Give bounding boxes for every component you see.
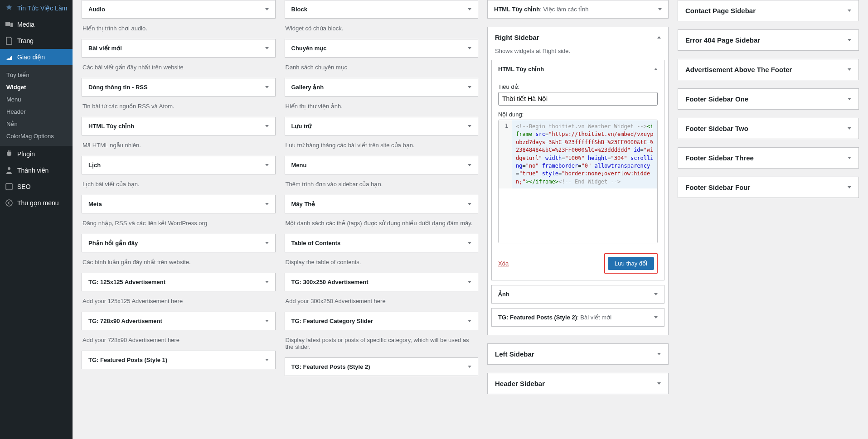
widget-subtitle: : Việc làm các tỉnh <box>540 6 588 13</box>
available-widget[interactable]: Bài viết mới <box>82 39 276 58</box>
available-widget[interactable]: Menu <box>285 156 479 174</box>
available-widget[interactable]: TG: Featured Category Slider <box>285 312 479 330</box>
widget-title-text: HTML Tùy chỉnh <box>494 6 540 13</box>
available-widget[interactable]: TG: 125x125 Advertisement <box>82 273 276 291</box>
available-widget[interactable]: Lưu trữ <box>285 117 479 135</box>
area-title: Contact Page Sidebar <box>685 7 756 14</box>
widget-title-text: Block <box>291 6 307 13</box>
chevron-down-icon <box>265 281 269 283</box>
nav-users[interactable]: Thành viên <box>0 162 73 178</box>
user-icon <box>5 166 14 175</box>
available-widget[interactable]: Chuyên mục <box>285 39 479 58</box>
nav-label: Trang <box>17 37 34 44</box>
admin-sidebar: Tin Tức Việc Làm Media Trang Giao diện T… <box>0 0 73 439</box>
nav-label: Plugin <box>17 150 35 158</box>
widget-description: Add your 728x90 Advertisement here <box>82 335 276 351</box>
chevron-down-icon <box>848 127 851 130</box>
sub-customize[interactable]: Tùy biến <box>0 69 73 81</box>
available-widget[interactable]: Dòng thông tin - RSS <box>82 78 276 96</box>
widget-title-text: Audio <box>88 6 105 13</box>
widget-title-text: Meta <box>88 201 102 207</box>
sidebar-area[interactable]: Footer Sidebar Four <box>678 177 859 198</box>
save-highlight: Lưu thay đổi <box>604 253 658 274</box>
chevron-down-icon <box>654 293 658 295</box>
area-title: Footer Sidebar One <box>685 95 748 103</box>
available-widget[interactable]: Lịch <box>82 156 276 174</box>
area-title: Right Sidebar <box>495 34 539 41</box>
widget-title-text: Dòng thông tin - RSS <box>88 84 148 91</box>
widget-description: Hiển thị trình chơi audio. <box>82 23 276 39</box>
chevron-down-icon <box>657 353 661 355</box>
sidebar-area[interactable]: Error 404 Page Sidebar <box>678 29 859 51</box>
widget-title-text: Menu <box>291 162 307 169</box>
available-widget[interactable]: HTML Tùy chỉnh <box>82 117 276 135</box>
chevron-down-icon <box>468 320 471 322</box>
sidebar-area[interactable]: Footer Sidebar One <box>678 88 859 110</box>
nav-appearance[interactable]: Giao diện <box>0 49 73 65</box>
widget-title-text: Mây Thẻ <box>291 201 315 207</box>
title-label: Tiêu đề: <box>498 83 658 90</box>
available-widget[interactable]: Table of Contents <box>285 234 479 252</box>
sub-menus[interactable]: Menu <box>0 93 73 106</box>
area-header-sidebar[interactable]: Header Sidebar <box>487 373 669 394</box>
available-widget[interactable]: Phản hồi gần đây <box>82 234 276 252</box>
save-button[interactable]: Lưu thay đổi <box>608 257 654 270</box>
widget-title-text: TG: 125x125 Advertisement <box>88 279 165 285</box>
chevron-down-icon <box>468 125 471 127</box>
widget-image[interactable]: Ảnh <box>491 285 664 304</box>
chevron-down-icon <box>265 164 269 166</box>
area-title: Advertisement Above The Footer <box>685 66 792 73</box>
nav-collapse[interactable]: Thu gọn menu <box>0 195 73 211</box>
nav-submenu: Tùy biến Widget Menu Header Nền ColorMag… <box>0 65 73 146</box>
widget-featured-posts[interactable]: TG: Featured Posts (Style 2): Bài viết m… <box>491 308 664 327</box>
widget-html-custom-collapsed[interactable]: HTML Tùy chỉnh: Việc làm các tỉnh <box>487 0 669 19</box>
seo-icon <box>5 182 14 191</box>
chevron-down-icon <box>654 316 658 318</box>
sub-background[interactable]: Nền <box>0 118 73 130</box>
sidebar-area[interactable]: Footer Sidebar Three <box>678 147 859 169</box>
widget-description: Display latest posts or posts of specifi… <box>285 335 479 357</box>
sidebar-area[interactable]: Contact Page Sidebar <box>678 0 859 21</box>
svg-rect-1 <box>6 183 12 190</box>
sub-header[interactable]: Header <box>0 106 73 118</box>
chevron-down-icon <box>468 8 471 10</box>
nav-label: Thành viên <box>17 167 48 174</box>
chevron-down-icon <box>265 125 269 127</box>
widget-description: Các bài viết gần đây nhất trên website <box>82 62 276 78</box>
available-widget[interactable]: TG: 728x90 Advertisement <box>82 312 276 330</box>
widget-title-text: Chuyên mục <box>291 45 327 52</box>
code-editor[interactable]: 1 <!--Begin thoitiet.vn Weather Widget -… <box>498 120 658 243</box>
widget-description: Lưu trữ hàng tháng các bài viết trên sit… <box>285 140 479 156</box>
widget-header[interactable]: HTML Tùy chỉnh <box>492 60 664 78</box>
widget-title-input[interactable] <box>498 92 658 106</box>
area-left-sidebar[interactable]: Left Sidebar <box>487 343 669 365</box>
nav-plugins[interactable]: Plugin <box>0 146 73 162</box>
sub-colormag[interactable]: ColorMag Options <box>0 130 73 142</box>
sub-widgets[interactable]: Widget <box>0 81 73 93</box>
available-widget[interactable]: Audio <box>82 0 276 19</box>
nav-seo[interactable]: SEO <box>0 178 73 195</box>
available-widget[interactable]: Meta <box>82 195 276 213</box>
available-widget[interactable]: TG: Featured Posts (Style 2) <box>285 357 479 376</box>
available-widget[interactable]: Gallery ảnh <box>285 78 479 96</box>
available-widget[interactable]: Block <box>285 0 479 19</box>
widget-description: Add your 300x250 Advertisement here <box>285 296 479 312</box>
chevron-down-icon <box>848 98 851 100</box>
nav-media[interactable]: Media <box>0 16 73 33</box>
nav-pages[interactable]: Trang <box>0 33 73 49</box>
area-header[interactable]: Right Sidebar <box>488 27 668 48</box>
nav-label: Giao diện <box>17 53 45 61</box>
pin-icon <box>5 4 14 13</box>
available-widget[interactable]: Mây Thẻ <box>285 195 479 213</box>
sidebar-area[interactable]: Advertisement Above The Footer <box>678 59 859 80</box>
code-content[interactable]: <!--Begin thoitiet.vn Weather Widget -->… <box>512 120 657 188</box>
sidebar-area[interactable]: Footer Sidebar Two <box>678 118 859 139</box>
widget-description: Hiển thị thư viện ảnh. <box>285 101 479 117</box>
available-widget[interactable]: TG: Featured Posts (Style 1) <box>82 351 276 369</box>
chevron-down-icon <box>265 86 269 88</box>
nav-news[interactable]: Tin Tức Việc Làm <box>0 0 73 16</box>
available-widget[interactable]: TG: 300x250 Advertisement <box>285 273 479 291</box>
delete-link[interactable]: Xóa <box>498 260 509 267</box>
svg-point-0 <box>8 167 10 170</box>
area-title: Footer Sidebar Two <box>685 125 748 132</box>
